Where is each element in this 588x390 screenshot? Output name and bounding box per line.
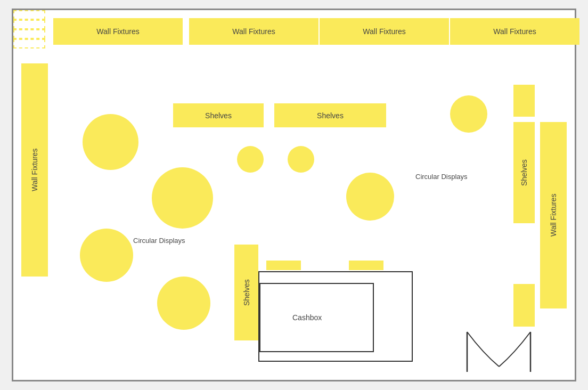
circle-display-2 (152, 167, 213, 229)
floor-plan: Wall Fixtures Wall Fixtures Wall Fixture… (12, 9, 576, 381)
circular-displays-label-left: Circular Displays (133, 237, 185, 246)
shelf-center-vertical: Shelves (234, 245, 258, 340)
circle-display-5 (237, 146, 264, 173)
shelf-top-1: Shelves (173, 103, 264, 127)
cashbox-inner: Cashbox (259, 283, 374, 352)
bottom-fixture-2 (13, 20, 45, 29)
wall-fixture-right-bottom (513, 284, 535, 327)
wall-fixture-right-small (513, 85, 535, 117)
circle-display-7 (346, 173, 394, 221)
wall-fixture-top-1: Wall Fixtures (53, 18, 183, 45)
circle-display-3 (80, 229, 133, 282)
cashbox-area: Cashbox (258, 271, 413, 362)
circle-display-8 (450, 95, 487, 133)
wall-fixture-top-4: Wall Fixtures (450, 18, 579, 45)
wall-fixture-left: Wall Fixtures (21, 63, 48, 277)
cashbox-label: Cashbox (292, 313, 322, 322)
wall-fixture-top-2: Wall Fixtures (189, 18, 318, 45)
circle-display-6 (288, 146, 314, 173)
wall-fixture-right: Wall Fixtures (540, 122, 567, 308)
shelf-top-2: Shelves (274, 103, 386, 127)
door-arc-svg (458, 324, 540, 372)
shelf-small-2 (349, 261, 383, 270)
shelf-small-1 (266, 261, 301, 270)
bottom-fixture-3 (13, 29, 45, 39)
door-area (458, 324, 540, 372)
bottom-fixture-1 (13, 10, 45, 20)
circle-display-4 (157, 277, 210, 330)
circular-displays-label-right: Circular Displays (415, 173, 468, 182)
shelves-right: Shelves (513, 122, 535, 223)
circle-display-1 (83, 114, 138, 170)
bottom-fixture-4 (13, 39, 45, 48)
wall-fixture-top-3: Wall Fixtures (320, 18, 449, 45)
